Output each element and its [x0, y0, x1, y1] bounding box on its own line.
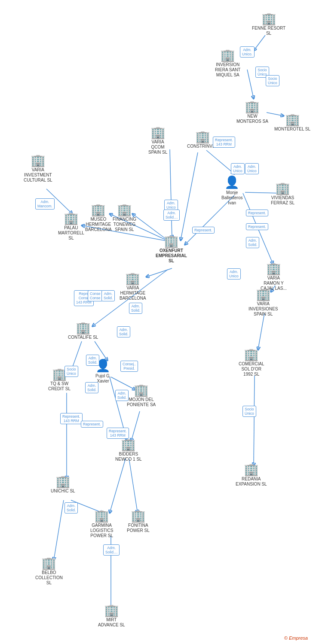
node-label: UNICHIC SL [51, 489, 75, 494]
badge-represent-4: Represent. [81, 421, 103, 428]
node-palau-martorell: 🏢 PALAUMARTORELLSL [58, 213, 84, 241]
node-mojon: 🏢 MOJON DELPONIENTE SA [127, 384, 156, 407]
node-mirt: 🏢 MIRTADVANCE SL [98, 605, 125, 628]
badge-adm-solid-5: Adm.Solid. [117, 326, 130, 337]
building-icon: 🏢 [285, 114, 300, 126]
node-oxenfurt: 🏢 OXENFURTEMPRESARIALSL [156, 235, 187, 264]
badge-represent-2: Represent. [246, 210, 268, 216]
node-label: BIDDERSNEWCO 1 SL [115, 452, 142, 462]
node-garmina: 🏢 GARMINALOGISTICSPOWER SL [90, 510, 113, 538]
node-label: FINANCINGTONEWEGSPAIN SL [113, 217, 136, 232]
building-icon: 🏢 [244, 464, 259, 476]
badge-represent-1: Represent. [192, 227, 215, 234]
badge-socio-unico-4: SocioÚnico [242, 406, 256, 417]
copyright: © Empresa [284, 635, 308, 641]
badge-adm-solid-3: Adm.Solid. [101, 290, 115, 301]
node-contalife: 🏢 CONTALIFE SL [68, 322, 98, 340]
node-varia-ramon: 🏢 VARIARAMON YCAJAL LAS... [261, 263, 287, 291]
node-comercial-sol: 🏢 COMERCIALSOL D'OR1992 SL [239, 349, 264, 377]
node-monterotel: 🏢 MONTEROTEL SL [274, 114, 310, 132]
node-label: MONTEROTEL SL [274, 127, 310, 132]
building-icon: 🏢 [76, 322, 91, 334]
node-label: MIRTADVANCE SL [98, 617, 125, 628]
node-label: VIVIENDASFERRAZ SL [271, 195, 295, 206]
building-icon: 🏢 [125, 273, 140, 285]
building-icon: 🏢 [131, 510, 146, 522]
building-icon: 🏢 [121, 439, 136, 451]
badge-adm-unico-3: Adm.Único [245, 163, 259, 174]
badge-represent-143-2: Represent.143 RRM [60, 413, 83, 424]
badge-adm-mancom: Adm.Mancom. [35, 198, 55, 210]
node-monje: 👤 MonjeBallesterosIvan [221, 175, 242, 206]
badge-adm-unico-5: Adm.Unico [227, 268, 241, 279]
node-label: PALAUMARTORELLSL [58, 225, 84, 241]
building-icon: 🏢 [261, 13, 276, 25]
node-label: TQ & SWCREDIT SL [48, 381, 71, 392]
node-label: NEWMONTEROS SA [236, 114, 268, 124]
badge-adm-solid-9: Adm.Solid. [64, 502, 78, 513]
building-icon: 🏢 [244, 349, 259, 361]
badge-adm-solid-2: Adm.Solid. [246, 237, 259, 248]
node-financing-toneweg: 🏢 FINANCINGTONEWEGSPAIN SL [113, 204, 136, 232]
building-icon: 🏢 [220, 49, 235, 61]
node-label: MOJON DELPONIENTE SA [127, 397, 156, 407]
building-icon: 🏢 [275, 182, 290, 194]
node-label: MUSEOHERMITAGEBARCELONA [85, 217, 112, 232]
building-icon: 🏢 [31, 155, 46, 167]
node-label: FENNE RESORT SL [249, 26, 288, 36]
node-fenne: 🏢 FENNE RESORT SL [249, 13, 288, 36]
node-varia-investment: 🏢 VARIAINVESTMENTCULTURAL SL [24, 155, 52, 183]
building-icon: 🏢 [195, 131, 210, 143]
node-label: REDANIAEXPANSION SL [236, 477, 267, 487]
node-museo-hermitage: 🏢 MUSEOHERMITAGEBARCELONA [85, 204, 112, 232]
building-icon-red: 🏢 [164, 235, 179, 247]
node-label: OXENFURTEMPRESARIALSL [156, 248, 187, 264]
badge-socio-unico-2: SocioÚnico [266, 75, 279, 86]
node-bidders: 🏢 BIDDERSNEWCO 1 SL [115, 439, 142, 462]
node-label: VARIAINVERSIONESSPAIN SL [249, 301, 278, 317]
node-varia-qcom: 🏢 VARIAQCOMSPAIN SL [148, 127, 167, 155]
node-label: BELBOCOLLECTIONSL [35, 570, 63, 586]
badge-adm-unico-2: Adm.Unico [231, 163, 245, 174]
building-icon: 🏢 [150, 127, 166, 139]
badge-conse-conse: ConseConse [88, 290, 103, 301]
badge-adm-solid-8: Adm.Solid. [115, 390, 129, 401]
node-redania: 🏢 REDANIAEXPANSION SL [236, 464, 267, 487]
node-label: CONTALIFE SL [68, 335, 98, 340]
badge-socio-unico-3: SocioÚnico [64, 366, 78, 377]
badge-adm-solid-4: Adm.Solid. [129, 303, 142, 314]
building-icon: 🏢 [64, 213, 79, 225]
node-label: VARIAQCOMSPAIN SL [148, 140, 167, 155]
node-label: VARIAINVESTMENTCULTURAL SL [24, 167, 52, 183]
badge-represent-143-3: Represent.143 RRM [107, 428, 129, 439]
node-inversion: 🏢 INVERSIONRIERA SANTMIQUEL SA [215, 49, 240, 78]
node-unichic: 🏢 UNICHIC SL [51, 476, 75, 494]
building-icon: 🏢 [134, 384, 149, 396]
badge-consej-presid: Consej..Presid. [120, 361, 138, 372]
node-varia-hermitage: 🏢 VARIAHERMITAGEBARCELONA [120, 273, 146, 301]
badge-adm-solid-7: Adm.Solid. [85, 382, 98, 393]
node-label: INVERSIONRIERA SANTMIQUEL SA [215, 62, 240, 78]
node-varia-inversiones: 🏢 VARIAINVERSIONESSPAIN SL [249, 289, 278, 317]
badge-represent-3: Represent. [246, 223, 268, 230]
building-icon: 🏢 [117, 204, 132, 216]
node-belbo: 🏢 BELBOCOLLECTIONSL [35, 557, 63, 586]
badge-represent-143-1: Represent.143 RRM [213, 137, 235, 148]
node-label: COMERCIALSOL D'OR1992 SL [239, 361, 264, 377]
building-icon: 🏢 [55, 476, 71, 488]
node-label: MonjeBallesterosIvan [221, 190, 242, 206]
node-fonitina: 🏢 FONITINAPOWER SL [127, 510, 150, 533]
badge-adm-solid-1: Adm.Solid.... [163, 210, 180, 221]
building-icon: 🏢 [245, 101, 260, 113]
building-icon: 🏢 [94, 510, 109, 522]
building-icon: 🏢 [104, 605, 119, 617]
badge-adm-solid-6: Adm.Solid. [86, 355, 99, 366]
node-new-monteros: 🏢 NEWMONTEROS SA [236, 101, 268, 124]
node-label: FONITINAPOWER SL [127, 523, 150, 533]
badge-adm-unico-1: Adm.Unico. [240, 46, 255, 58]
node-label: GARMINALOGISTICSPOWER SL [90, 523, 113, 538]
node-viviendas-ferraz: 🏢 VIVIENDASFERRAZ SL [271, 182, 295, 206]
building-icon: 🏢 [41, 557, 56, 569]
person-icon: 👤 [224, 175, 239, 189]
building-icon: 🏢 [91, 204, 106, 216]
